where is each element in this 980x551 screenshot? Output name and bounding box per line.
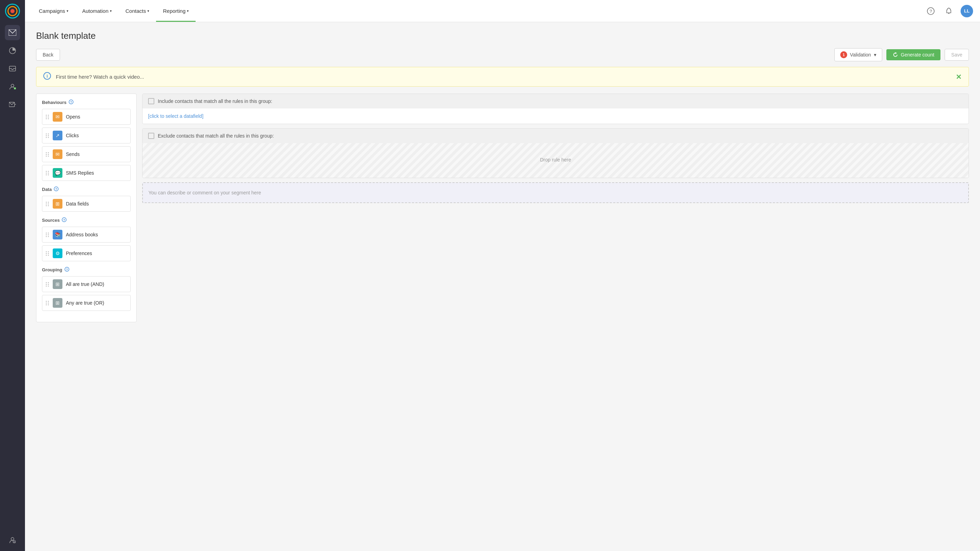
drag-item-sends[interactable]: ✉ Sends xyxy=(42,146,131,162)
drag-item-clicks[interactable]: ↗ Clicks xyxy=(42,127,131,143)
svg-text:?: ? xyxy=(55,187,57,191)
svg-text:?: ? xyxy=(64,218,65,222)
include-checkbox-icon xyxy=(148,98,154,104)
drag-handle xyxy=(46,232,49,237)
nav-reporting[interactable]: Reporting ▾ xyxy=(156,0,196,22)
reporting-arrow: ▾ xyxy=(187,9,189,13)
include-body: [click to select a datafield] xyxy=(143,108,969,124)
drag-item-all-true[interactable]: ⊞ All are true (AND) xyxy=(42,276,131,292)
data-title: Data ? xyxy=(42,186,131,192)
grouping-title: Grouping ? xyxy=(42,267,131,273)
sidebar-chart-icon[interactable] xyxy=(5,43,20,58)
sources-help-icon[interactable]: ? xyxy=(62,217,67,223)
drag-handle xyxy=(46,133,49,138)
svg-text:i: i xyxy=(46,73,48,79)
nav-campaigns[interactable]: Campaigns ▾ xyxy=(32,0,75,22)
drag-item-preferences[interactable]: ⚙ Preferences xyxy=(42,245,131,261)
exclude-checkbox-icon xyxy=(148,133,154,139)
automation-arrow: ▾ xyxy=(110,9,112,13)
drag-item-any-true[interactable]: ⊞ Any are true (OR) xyxy=(42,295,131,311)
generate-count-button[interactable]: Generate count xyxy=(886,49,941,60)
drop-zone: Drop rule here xyxy=(143,143,969,178)
exclude-group: Exclude contacts that match all the rule… xyxy=(142,128,969,178)
back-button[interactable]: Back xyxy=(36,49,60,60)
data-help-icon[interactable]: ? xyxy=(54,186,59,192)
nav-links: Campaigns ▾ Automation ▾ Contacts ▾ Repo… xyxy=(32,0,196,22)
info-text: First time here? Watch a quick video... xyxy=(56,74,951,80)
svg-point-2 xyxy=(10,9,14,13)
icon-sidebar: + ⚙ xyxy=(0,0,25,551)
app-logo[interactable] xyxy=(5,3,20,19)
svg-text:⚙: ⚙ xyxy=(13,541,15,543)
sidebar-admin-icon[interactable]: ⚙ xyxy=(5,532,20,548)
clicks-icon: ↗ xyxy=(53,131,62,140)
left-panel: Behaviours ? ✉ xyxy=(36,94,137,322)
behaviours-title: Behaviours ? xyxy=(42,100,131,105)
sources-section: Sources ? 📚 Address boo xyxy=(42,217,131,261)
preferences-icon: ⚙ xyxy=(53,248,62,258)
include-header: Include contacts that match all the rule… xyxy=(143,94,969,108)
info-icon: i xyxy=(43,72,51,81)
sidebar-contacts-icon[interactable]: + xyxy=(5,79,20,94)
opens-icon: ✉ xyxy=(53,112,62,122)
right-panel: Include contacts that match all the rule… xyxy=(142,94,969,203)
top-nav: Campaigns ▾ Automation ▾ Contacts ▾ Repo… xyxy=(25,0,980,22)
drag-handle xyxy=(46,152,49,157)
sms-replies-icon: 💬 xyxy=(53,168,62,178)
info-close-button[interactable]: ✕ xyxy=(956,73,962,81)
select-datafield-link[interactable]: [click to select a datafield] xyxy=(148,113,204,119)
page-content: Blank template Back 1 Validation ▾ Gener… xyxy=(25,22,980,551)
notification-button[interactable] xyxy=(943,5,955,17)
svg-text:?: ? xyxy=(929,9,932,14)
validation-arrow-icon: ▾ xyxy=(874,52,876,57)
svg-point-11 xyxy=(11,537,14,540)
grouping-section: Grouping ? ⊞ All are tru xyxy=(42,267,131,311)
drag-handle xyxy=(46,282,49,287)
data-section: Data ? ⊞ Data fields xyxy=(42,186,131,212)
comment-box[interactable]: You can describe or comment on your segm… xyxy=(142,182,969,203)
svg-point-6 xyxy=(11,84,14,87)
campaigns-arrow: ▾ xyxy=(67,9,68,13)
drag-item-sms-replies[interactable]: 💬 SMS Replies xyxy=(42,165,131,181)
sidebar-inbox-icon[interactable] xyxy=(5,61,20,76)
sends-icon: ✉ xyxy=(53,149,62,159)
svg-text:+: + xyxy=(14,87,16,90)
grouping-help-icon[interactable]: ? xyxy=(65,267,69,273)
info-banner: i First time here? Watch a quick video..… xyxy=(36,67,969,87)
sources-title: Sources ? xyxy=(42,217,131,223)
page-title: Blank template xyxy=(36,30,969,41)
drag-handle xyxy=(46,115,49,119)
include-group: Include contacts that match all the rule… xyxy=(142,94,969,124)
behaviours-section: Behaviours ? ✉ xyxy=(42,100,131,181)
behaviours-help-icon[interactable]: ? xyxy=(68,100,73,105)
sidebar-send-icon[interactable] xyxy=(5,97,20,112)
address-books-icon: 📚 xyxy=(53,230,62,240)
any-true-icon: ⊞ xyxy=(53,298,62,308)
user-avatar[interactable]: LL xyxy=(961,5,973,17)
data-fields-icon: ⊞ xyxy=(53,199,62,209)
toolbar-row: Back 1 Validation ▾ Generate count Save xyxy=(36,48,969,61)
drag-item-data-fields[interactable]: ⊞ Data fields xyxy=(42,196,131,212)
drag-handle xyxy=(46,251,49,256)
drag-item-address-books[interactable]: 📚 Address books xyxy=(42,227,131,243)
main-area: Campaigns ▾ Automation ▾ Contacts ▾ Repo… xyxy=(25,0,980,551)
drag-handle xyxy=(46,171,49,175)
drag-handle xyxy=(46,301,49,305)
builder-layout: Behaviours ? ✉ xyxy=(36,94,969,322)
help-button[interactable]: ? xyxy=(924,5,937,17)
validation-button[interactable]: 1 Validation ▾ xyxy=(834,48,882,61)
top-actions: ? LL xyxy=(924,5,973,17)
svg-text:?: ? xyxy=(70,100,72,104)
sidebar-email-icon[interactable] xyxy=(5,25,20,40)
nav-automation[interactable]: Automation ▾ xyxy=(75,0,119,22)
all-true-icon: ⊞ xyxy=(53,279,62,289)
drag-item-opens[interactable]: ✉ Opens xyxy=(42,109,131,125)
contacts-arrow: ▾ xyxy=(147,9,149,13)
exclude-header: Exclude contacts that match all the rule… xyxy=(143,129,969,143)
validation-badge: 1 xyxy=(840,51,847,58)
drag-handle xyxy=(46,202,49,206)
save-button[interactable]: Save xyxy=(945,49,969,60)
nav-contacts[interactable]: Contacts ▾ xyxy=(119,0,156,22)
svg-text:?: ? xyxy=(66,268,68,272)
